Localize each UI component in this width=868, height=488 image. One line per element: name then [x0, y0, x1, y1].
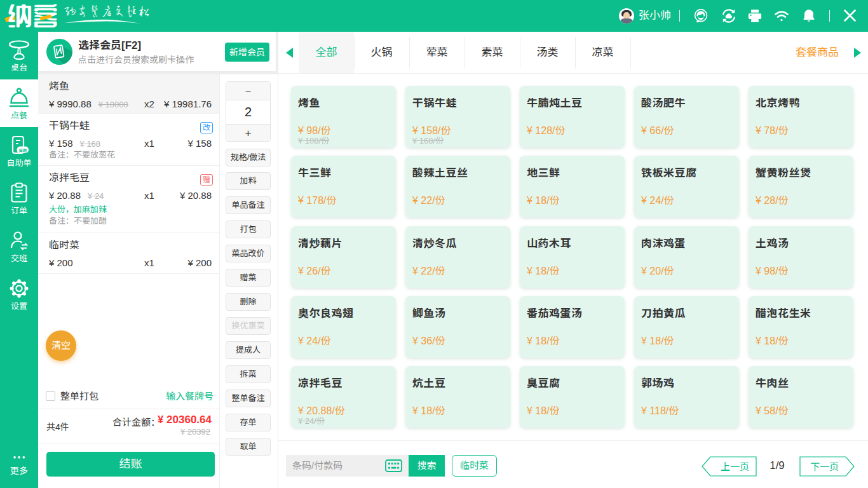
svg-text:自助: 自助 — [19, 147, 27, 153]
svg-text:下一页: 下一页 — [810, 459, 839, 473]
svg-text:上一页: 上一页 — [721, 459, 749, 473]
